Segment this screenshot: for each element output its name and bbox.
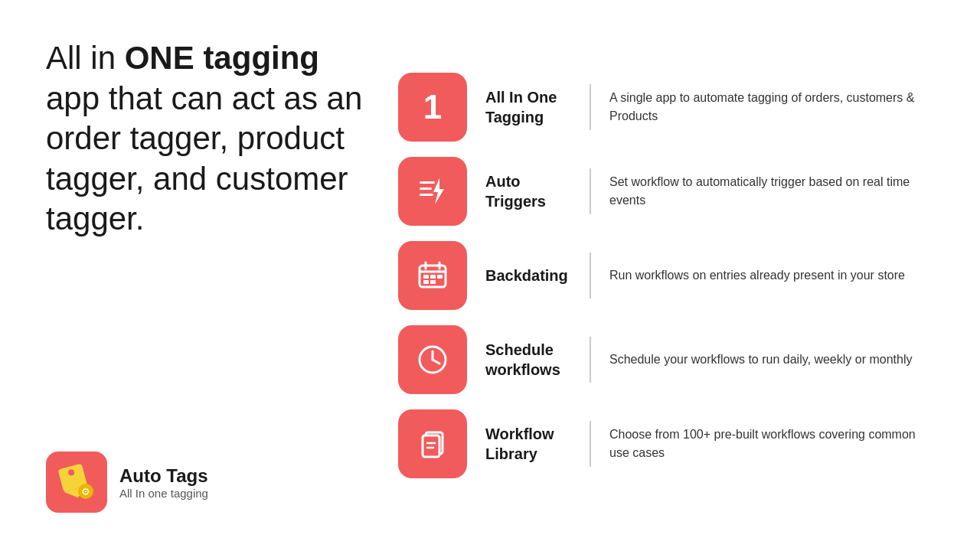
feature-row-5: Workflow Library Choose from 100+ pre-bu… <box>398 402 934 486</box>
feature-desc-library: Choose from 100+ pre-built workflows cov… <box>591 425 934 462</box>
feature-desc-all-in-one: A single app to automate tagging of orde… <box>591 89 934 126</box>
app-subtitle: All In one tagging <box>119 487 208 500</box>
svg-rect-13 <box>423 275 429 279</box>
svg-rect-7 <box>420 194 433 196</box>
feature-label-library: Workflow Library <box>467 424 590 464</box>
feature-label-schedule: Schedule workflows <box>467 340 590 380</box>
feature-label-auto-triggers: Auto Triggers <box>467 171 590 211</box>
feature-label-backdating: Backdating <box>467 266 590 285</box>
feature-row-3: Backdating Run workflows on entries alre… <box>398 233 934 318</box>
feature-icon-library <box>398 409 467 478</box>
svg-rect-14 <box>430 275 436 279</box>
svg-rect-15 <box>437 275 443 279</box>
app-logo-svg: ⚙ <box>54 459 100 505</box>
left-section: All in ONE tagging app that can act as a… <box>46 23 368 528</box>
lightning-icon <box>415 174 450 209</box>
feature-desc-schedule: Schedule your workflows to run daily, we… <box>591 350 934 369</box>
feature-icon-schedule <box>398 325 467 394</box>
feature-icon-auto-triggers <box>398 157 467 226</box>
feature-desc-auto-triggers: Set workflow to automatically trigger ba… <box>591 173 934 210</box>
clock-icon <box>415 342 450 377</box>
svg-text:⚙: ⚙ <box>81 486 90 497</box>
headline-text1: All in <box>46 40 125 76</box>
svg-rect-6 <box>420 187 432 190</box>
feature-desc-backdating: Run workflows on entries already present… <box>591 266 934 285</box>
feature-row-2: Auto Triggers Set workflow to automatica… <box>398 149 934 233</box>
svg-rect-5 <box>420 181 435 184</box>
feature-number-1: 1 <box>423 88 442 126</box>
right-section: 1 All In One Tagging A single app to aut… <box>398 23 934 528</box>
svg-rect-17 <box>430 280 436 284</box>
svg-line-20 <box>433 360 439 364</box>
headline: All in ONE tagging app that can act as a… <box>46 38 368 240</box>
feature-label-all-in-one: All In One Tagging <box>467 87 590 127</box>
calendar-icon <box>415 258 450 293</box>
app-logo: ⚙ <box>46 452 107 513</box>
feature-row-4: Schedule workflows Schedule your workflo… <box>398 318 934 402</box>
app-info: ⚙ Auto Tags All In one tagging <box>46 452 368 513</box>
svg-marker-8 <box>433 178 444 204</box>
app-text: Auto Tags All In one tagging <box>119 465 208 500</box>
library-icon <box>415 426 450 461</box>
feature-row-1: 1 All In One Tagging A single app to aut… <box>398 65 934 149</box>
app-name: Auto Tags <box>119 465 208 487</box>
page-container: All in ONE tagging app that can act as a… <box>0 0 980 551</box>
feature-icon-backdating <box>398 241 467 310</box>
svg-rect-16 <box>423 280 429 284</box>
headline-bold: ONE tagging <box>125 40 319 76</box>
headline-text2: app that can act as an order tagger, pro… <box>46 80 362 237</box>
svg-rect-22 <box>423 435 439 457</box>
feature-icon-all-in-one: 1 <box>398 73 467 142</box>
